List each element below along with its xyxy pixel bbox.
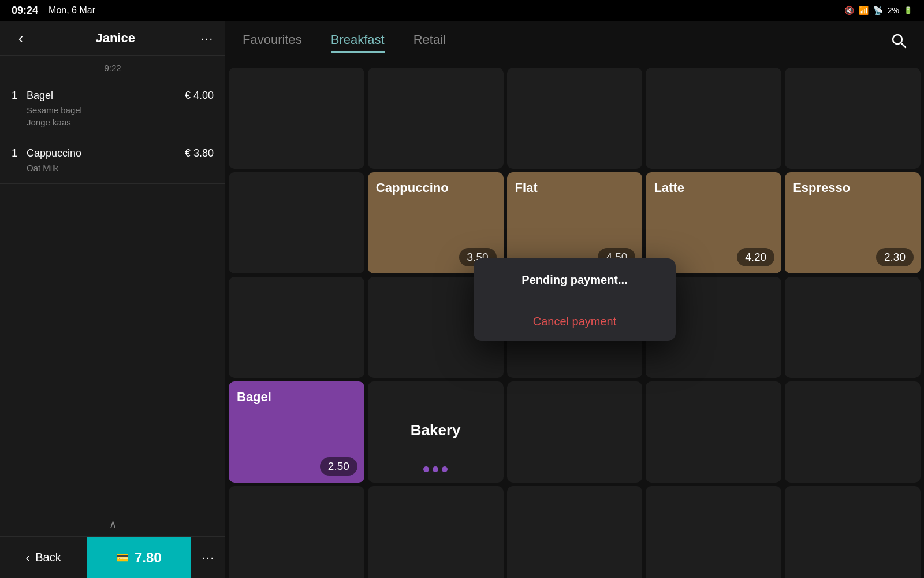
back-chevron-icon: ‹ bbox=[18, 29, 24, 47]
pending-payment-popup: Pending payment... Cancel payment bbox=[474, 258, 676, 341]
item-mods: Oat Milk bbox=[27, 162, 214, 174]
status-date: Mon, 6 Mar bbox=[49, 5, 95, 16]
battery-level: 2% bbox=[888, 6, 899, 15]
item-price: € 4.00 bbox=[185, 90, 214, 102]
cancel-payment-button[interactable]: Cancel payment bbox=[474, 302, 676, 341]
right-content: Favourites Breakfast Retail bbox=[225, 21, 924, 578]
battery-icon: 🔋 bbox=[904, 6, 912, 14]
item-qty: 1 bbox=[12, 90, 21, 102]
sidebar-collapse-button[interactable]: ∧ bbox=[0, 512, 225, 536]
signal-icon: 📡 bbox=[873, 6, 883, 15]
sidebar-header: ‹ Janice ··· bbox=[0, 21, 225, 56]
item-qty: 1 bbox=[12, 147, 21, 160]
status-bar: 09:24 Mon, 6 Mar 🔇 📶 📡 2% 🔋 bbox=[0, 0, 924, 21]
mute-icon: 🔇 bbox=[844, 6, 854, 15]
order-item[interactable]: 1 Cappuccino € 3.80 Oat Milk bbox=[0, 138, 225, 184]
footer-pay-amount: 7.80 bbox=[135, 550, 162, 566]
popup-overlay: Pending payment... Cancel payment bbox=[225, 21, 924, 578]
sidebar-back-button[interactable]: ‹ bbox=[12, 29, 30, 47]
card-icon: 💳 bbox=[116, 551, 129, 564]
sidebar: ‹ Janice ··· 9:22 1 Bagel € 4.00 Sesame … bbox=[0, 21, 225, 578]
footer-back-button[interactable]: ‹ Back bbox=[0, 537, 87, 578]
footer-pay-button[interactable]: 💳 7.80 bbox=[87, 537, 191, 578]
main-layout: ‹ Janice ··· 9:22 1 Bagel € 4.00 Sesame … bbox=[0, 21, 924, 578]
popup-pending-section: Pending payment... bbox=[474, 258, 676, 302]
collapse-icon: ∧ bbox=[109, 518, 117, 531]
order-list: 1 Bagel € 4.00 Sesame bagelJonge kaas 1 … bbox=[0, 80, 225, 296]
item-name: Cappuccino bbox=[27, 147, 81, 160]
wifi-icon: 📶 bbox=[859, 6, 869, 15]
pending-payment-text: Pending payment... bbox=[521, 273, 627, 286]
item-mods: Sesame bagelJonge kaas bbox=[27, 104, 214, 128]
order-item[interactable]: 1 Bagel € 4.00 Sesame bagelJonge kaas bbox=[0, 80, 225, 138]
item-name: Bagel bbox=[27, 90, 53, 102]
status-icons: 🔇 📶 📡 2% 🔋 bbox=[844, 6, 912, 15]
footer-back-chevron-icon: ‹ bbox=[26, 551, 30, 564]
cancel-payment-label: Cancel payment bbox=[533, 315, 617, 328]
footer-back-label: Back bbox=[35, 551, 61, 564]
footer-more-button[interactable]: ··· bbox=[191, 537, 225, 578]
sidebar-timestamp: 9:22 bbox=[0, 56, 225, 80]
sidebar-footer: ‹ Back 💳 7.80 ··· bbox=[0, 536, 225, 578]
status-time: 09:24 bbox=[12, 5, 38, 17]
sidebar-title: Janice bbox=[95, 31, 135, 46]
sidebar-more-button[interactable]: ··· bbox=[200, 32, 214, 45]
item-price: € 3.80 bbox=[185, 147, 214, 160]
